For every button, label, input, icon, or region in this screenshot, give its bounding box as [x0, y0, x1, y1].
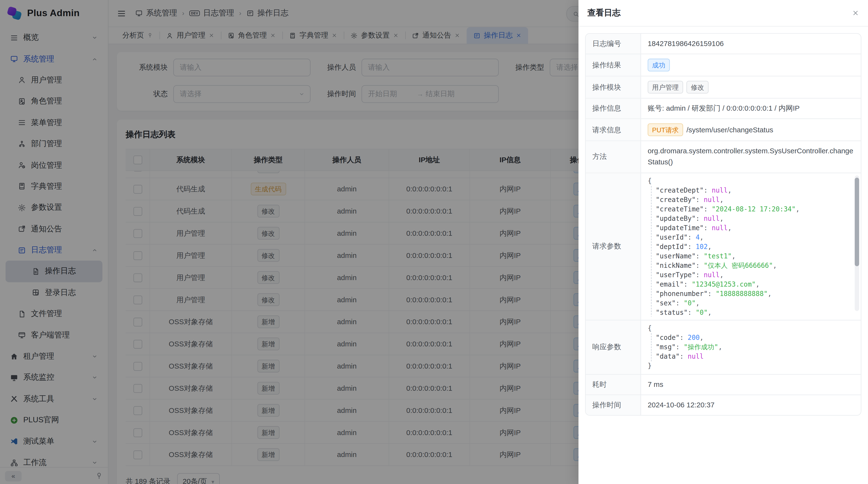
detail-value: PUT请求/system/user/changeStatus [641, 119, 861, 141]
detail-label: 请求参数 [586, 173, 641, 320]
detail-label: 操作信息 [586, 99, 641, 119]
detail-value: { "createDept": null, "createBy": null, … [641, 173, 861, 320]
detail-value: 7 ms [641, 374, 861, 394]
detail-tag: 成功 [648, 59, 670, 72]
detail-label: 响应参数 [586, 320, 641, 374]
detail-value: 1842781986426159106 [641, 34, 861, 54]
detail-row: 操作时间2024-10-06 12:20:37 [586, 395, 861, 415]
detail-value: 成功 [641, 54, 861, 76]
detail-label: 操作模块 [586, 76, 641, 98]
json-code-block: { "code": 200, "msg": "操作成功", "data": nu… [648, 323, 853, 370]
view-log-drawer: 查看日志 日志编号1842781986426159106操作结果成功操作模块用户… [579, 0, 868, 484]
viewport: Plus Admin 概览系统管理用户管理角色管理菜单管理部门管理岗位管理字典管… [0, 0, 868, 484]
detail-value: 用户管理修改 [641, 76, 861, 98]
detail-row: 操作模块用户管理修改 [586, 76, 861, 99]
detail-row: 响应参数{ "code": 200, "msg": "操作成功", "data"… [586, 320, 861, 374]
indent-guide [651, 186, 651, 316]
request-url: /system/user/changeStatus [686, 124, 773, 135]
detail-row: 方法org.dromara.system.controller.system.S… [586, 141, 861, 173]
drawer-close-icon[interactable] [852, 9, 859, 17]
detail-label: 耗时 [586, 374, 641, 394]
request-method-tag: PUT请求 [648, 124, 683, 136]
indent-guide [651, 333, 651, 361]
detail-label: 请求信息 [586, 119, 641, 141]
detail-tag: 用户管理 [648, 81, 683, 94]
detail-row: 请求参数{ "createDept": null, "createBy": nu… [586, 173, 861, 320]
drawer-header: 查看日志 [579, 0, 868, 27]
detail-value: { "code": 200, "msg": "操作成功", "data": nu… [641, 320, 861, 374]
detail-value: 账号: admin / 研发部门 / 0:0:0:0:0:0:0:1 / 内网I… [641, 99, 861, 119]
detail-label: 日志编号 [586, 34, 641, 54]
detail-tag: 修改 [686, 81, 709, 94]
detail-label: 操作结果 [586, 54, 641, 76]
detail-value: org.dromara.system.controller.system.Sys… [641, 141, 861, 172]
log-detail-table: 日志编号1842781986426159106操作结果成功操作模块用户管理修改操… [585, 33, 862, 416]
scrollbar-thumb[interactable] [855, 178, 859, 266]
detail-row: 操作信息账号: admin / 研发部门 / 0:0:0:0:0:0:0:1 /… [586, 99, 861, 119]
detail-row: 日志编号1842781986426159106 [586, 34, 861, 54]
detail-row: 耗时7 ms [586, 374, 861, 395]
detail-value: 2024-10-06 12:20:37 [641, 395, 861, 415]
detail-label: 方法 [586, 141, 641, 172]
app-window: Plus Admin 概览系统管理用户管理角色管理菜单管理部门管理岗位管理字典管… [0, 0, 868, 484]
json-code-block[interactable]: { "createDept": null, "createBy": null, … [648, 176, 853, 316]
drawer-body: 日志编号1842781986426159106操作结果成功操作模块用户管理修改操… [579, 27, 868, 422]
detail-label: 操作时间 [586, 395, 641, 415]
detail-row: 操作结果成功 [586, 54, 861, 76]
drawer-title: 查看日志 [587, 8, 621, 18]
detail-row: 请求信息PUT请求/system/user/changeStatus [586, 119, 861, 141]
